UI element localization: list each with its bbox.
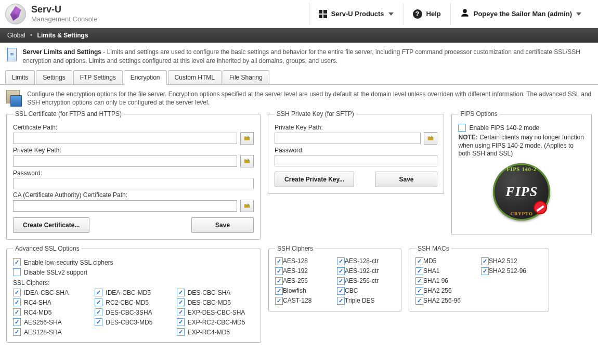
ssl-cipher-checkbox[interactable] [177,289,185,296]
ssh-mac-checkbox[interactable] [415,277,423,285]
ssh-mac-label: MD5 [423,257,436,265]
ssl-cipher-item: EXP-DES-CBC-SHA [177,308,254,316]
group-ssh-macs: SSH MACs MD5SHA2 512SHA1SHA2 512-96SHA1 … [409,245,549,311]
cert-path-input[interactable] [13,133,237,144]
ssl-cipher-label: EXP-RC4-MD5 [188,329,230,336]
ssh-mac-checkbox[interactable] [415,297,423,305]
ca-path-input[interactable] [13,200,237,212]
tab-settings[interactable]: Settings [36,70,72,84]
ssh-ciphers-list: AES-128AES-128-ctrAES-192AES-192-ctrAES-… [275,257,395,305]
enable-fips-checkbox[interactable] [458,124,466,132]
ssl-cipher-checkbox[interactable] [13,298,21,306]
ssh-password-input[interactable] [275,155,437,166]
panel-description: Configure the encryption options for the… [6,90,592,108]
browse-ssh-privkey-button[interactable] [424,132,437,145]
ssh-mac-item: SHA2 256 [415,287,477,295]
ssh-cipher-label: AES-128 [283,257,308,265]
ssl-cipher-checkbox[interactable] [95,318,102,326]
help-link[interactable]: ? Help [403,3,450,25]
user-menu[interactable]: Popeye the Sailor Man (admin) [450,3,591,25]
ssl-cipher-checkbox[interactable] [13,308,21,316]
ssl-cipher-checkbox[interactable] [13,289,21,296]
enable-low-security-checkbox[interactable] [13,258,21,266]
tab-ftp-settings[interactable]: FTP Settings [73,70,123,84]
ssh-save-button[interactable]: Save [375,172,437,187]
products-menu[interactable]: Serv-U Products [309,3,403,25]
ssh-mac-checkbox[interactable] [415,287,423,295]
ssh-mac-label: SHA2 256-96 [423,297,461,304]
ssh-cipher-checkbox[interactable] [337,277,345,285]
privkey-path-input[interactable] [13,155,237,167]
ssh-mac-label: SHA1 [423,267,439,275]
ssh-mac-checkbox[interactable] [415,267,423,275]
disable-sslv2-label: Disable SSLv2 support [24,269,87,276]
ssh-cipher-checkbox[interactable] [275,297,283,305]
user-label: Popeye the Sailor Man (admin) [474,10,572,18]
ssh-mac-item: SHA2 512 [481,257,542,265]
ssl-cipher-label: DES-CBC-SHA [188,289,231,296]
ssh-mac-label: SHA2 256 [423,287,452,294]
ssl-cipher-checkbox[interactable] [13,318,21,326]
ssl-cipher-label: IDEA-CBC-SHA [24,289,69,296]
ssh-mac-checkbox[interactable] [481,257,489,265]
ssh-cipher-checkbox[interactable] [337,297,345,305]
app-title: Serv-U [31,5,97,15]
browse-cert-button[interactable] [240,132,254,145]
products-label: Serv-U Products [331,10,384,18]
ssl-cipher-item: AES128-SHA [13,328,90,336]
ssl-cipher-checkbox[interactable] [177,298,185,306]
ssh-cipher-checkbox[interactable] [275,277,283,285]
ssh-mac-label: SHA2 512-96 [489,267,526,275]
create-private-key-button[interactable]: Create Private Key... [275,172,354,187]
chevron-down-icon [576,12,581,16]
ssl-cipher-checkbox[interactable] [95,298,102,306]
crumb-current: Limits & Settings [37,32,88,39]
tabs: Limits Settings FTP Settings Encryption … [0,70,598,85]
panel-desc-text: Configure the encryption options for the… [27,90,592,108]
tab-encryption[interactable]: Encryption [124,70,167,85]
ssh-cipher-label: CBC [345,287,358,294]
ssh-cipher-item: AES-256-ctr [337,277,395,285]
ssl-cipher-checkbox[interactable] [177,328,185,336]
ssl-cipher-item: AES256-SHA [13,318,90,326]
create-certificate-button[interactable]: Create Certificate... [13,217,89,233]
ssl-cipher-checkbox[interactable] [95,289,102,296]
browse-ca-button[interactable] [240,200,254,212]
ssl-cipher-checkbox[interactable] [177,308,185,316]
ssh-cipher-checkbox[interactable] [337,267,345,275]
ssl-cipher-label: DES-CBC3-MD5 [106,319,152,326]
ssh-cipher-checkbox[interactable] [337,257,345,265]
ssh-cipher-checkbox[interactable] [275,257,283,265]
ssl-password-input[interactable] [13,178,254,189]
ssh-mac-checkbox[interactable] [481,267,489,275]
disable-sslv2-checkbox[interactable] [13,268,21,276]
ssh-cipher-label: Blowfish [283,287,306,294]
enable-low-security-label: Enable low-security SSL ciphers [24,259,113,266]
app-logo-icon [5,4,26,24]
ssh-cipher-checkbox[interactable] [275,267,283,275]
ssh-cipher-label: AES-192-ctr [345,267,379,275]
label-ssh-password: Password: [275,147,437,154]
ssl-cipher-checkbox[interactable] [177,318,185,326]
ssh-cipher-item: CBC [337,287,395,295]
crumb-root[interactable]: Global [7,32,25,39]
ssl-cipher-label: RC4-MD5 [24,309,51,316]
ssl-save-button[interactable]: Save [191,217,254,233]
browse-privkey-button[interactable] [240,155,254,167]
ssh-mac-checkbox[interactable] [415,257,423,265]
ssh-cipher-item: Blowfish [275,287,333,295]
tab-limits[interactable]: Limits [5,70,35,84]
tab-custom-html[interactable]: Custom HTML [168,70,222,84]
legend-adv-ssl: Advanced SSL Options [13,245,82,252]
tab-file-sharing[interactable]: File Sharing [223,70,269,84]
ssl-ciphers-heading: SSL Ciphers: [13,279,254,287]
ssl-cipher-checkbox[interactable] [95,308,102,316]
label-cert-path: Certificate Path: [13,124,254,131]
ssl-cipher-label: AES256-SHA [24,319,62,326]
ssl-cipher-checkbox[interactable] [13,328,21,336]
ssh-mac-item: SHA1 [415,267,477,275]
ssh-cipher-checkbox[interactable] [275,287,283,295]
ssh-privkey-input[interactable] [275,133,421,144]
ssh-macs-list: MD5SHA2 512SHA1SHA2 512-96SHA1 96SHA2 25… [415,257,542,305]
ssh-cipher-checkbox[interactable] [337,287,345,295]
